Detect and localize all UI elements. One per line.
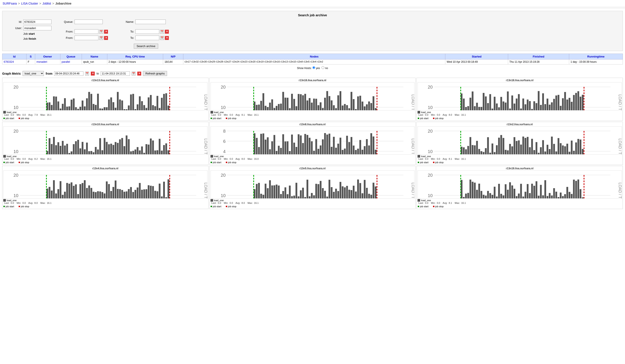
refresh-graphs-button[interactable]: Refresh graphs (143, 71, 167, 76)
svg-rect-600 (90, 188, 92, 199)
svg-rect-126 (286, 98, 288, 111)
svg-rect-317 (90, 151, 92, 155)
th-owner[interactable]: Owner (35, 54, 60, 59)
svg-rect-625 (146, 189, 147, 199)
breadcrumb-surfsara[interactable]: SURFsara (3, 2, 17, 5)
load-legend-box (3, 155, 6, 158)
th-finished[interactable]: Finished (508, 54, 569, 59)
from-finish-clear-btn[interactable]: ✕ (104, 36, 108, 40)
svg-rect-73 (167, 106, 169, 111)
svg-rect-817 (573, 179, 575, 199)
owner-link[interactable]: msnaderi (36, 60, 47, 63)
load-legend-box (3, 199, 6, 202)
from-start-clear-btn[interactable]: ✕ (104, 30, 108, 34)
graph-from-input[interactable] (54, 71, 83, 76)
svg-text:LOAD / TOTAL: LOAD / TOTAL (411, 183, 414, 199)
to-finish-input[interactable] (135, 36, 159, 40)
graph-to-input[interactable] (101, 71, 130, 76)
svg-rect-782 (496, 196, 498, 199)
graph-cell: r13n4.lisa.surfsara.nl 01020Wed 00:00Wed… (2, 166, 209, 209)
to-finish-cal-btn[interactable]: 📅 (160, 36, 164, 40)
graph-host-title: r13n5.lisa.surfsara.nl (211, 167, 415, 170)
svg-rect-152 (344, 104, 346, 111)
th-name[interactable]: Name (82, 54, 107, 59)
from-start-input[interactable] (74, 29, 98, 34)
svg-rect-163 (368, 101, 370, 111)
th-id[interactable]: Id (2, 54, 27, 59)
graph-to-clear-btn[interactable]: ✕ (137, 72, 141, 76)
to-finish-clear-btn[interactable]: ✕ (165, 36, 169, 40)
svg-rect-323 (104, 138, 105, 155)
from-finish-cal-btn[interactable]: 📅 (99, 36, 103, 40)
queue-input[interactable] (74, 20, 103, 24)
th-started[interactable]: Started (445, 54, 508, 59)
svg-rect-702 (317, 184, 319, 199)
search-archive-button[interactable]: Search archive (134, 44, 158, 49)
to-start-cal-btn[interactable]: 📅 (160, 30, 164, 34)
svg-rect-251 (564, 92, 566, 111)
to-start-input[interactable] (135, 29, 159, 34)
graph-to-cal-btn[interactable]: 📅 (132, 72, 136, 76)
th-s[interactable]: S (26, 54, 35, 59)
svg-rect-684 (278, 186, 280, 199)
svg-rect-145 (328, 96, 330, 111)
svg-rect-682 (274, 185, 275, 199)
svg-rect-532 (560, 143, 562, 155)
th-runningtime[interactable]: Runningtime (569, 54, 623, 59)
svg-rect-593 (75, 184, 77, 199)
svg-rect-680 (269, 180, 271, 199)
to-start-clear-btn[interactable]: ✕ (165, 30, 169, 34)
svg-rect-773 (476, 190, 478, 199)
svg-rect-698 (309, 196, 311, 199)
id-input[interactable] (23, 20, 52, 24)
svg-rect-227 (511, 95, 513, 111)
graph-svg: 01020Wed 00:00Wed 12:00Thu 00:00Thu 12:0… (418, 83, 622, 111)
svg-rect-527 (549, 149, 551, 155)
svg-rect-313 (82, 142, 83, 155)
svg-rect-785 (503, 195, 504, 199)
graph-metric-select[interactable]: load_one load_five load_fifteen cpu_spee… (23, 71, 44, 76)
svg-rect-21 (53, 96, 55, 111)
svg-rect-416 (302, 143, 304, 155)
svg-rect-408 (284, 141, 286, 155)
svg-rect-591 (71, 182, 72, 199)
svg-rect-621 (137, 188, 138, 199)
queue-link[interactable]: parallel (62, 60, 70, 63)
graph-cell: r13n19.lisa.surfsara.nl 01020Wed 00:00We… (416, 166, 623, 209)
svg-rect-793 (520, 184, 522, 199)
svg-rect-312 (80, 148, 81, 155)
graph-from-cal-btn[interactable]: 📅 (85, 72, 89, 76)
show-hosts-no-radio[interactable] (321, 66, 324, 69)
svg-rect-536 (569, 152, 570, 155)
breadcrumb-lisa[interactable]: LISA Cluster (21, 2, 38, 5)
svg-rect-321 (99, 138, 101, 155)
search-btn-row: Search archive (123, 44, 169, 49)
svg-rect-309 (73, 144, 74, 155)
job-id-link[interactable]: 6783324 (4, 60, 14, 63)
cell-queue: parallel (60, 59, 82, 64)
show-hosts-yes-label[interactable]: yes (312, 67, 321, 70)
svg-rect-710 (335, 189, 337, 199)
svg-rect-629 (154, 191, 156, 199)
graph-from-clear-btn[interactable]: ✕ (91, 72, 95, 76)
svg-rect-616 (126, 192, 127, 199)
job-start-label: Job start (23, 32, 35, 35)
user-input[interactable] (23, 26, 52, 30)
svg-rect-58 (134, 109, 136, 111)
table-row: 6783324 F msnaderi parallel qsub_run 2 d… (2, 59, 623, 64)
svg-rect-623 (141, 190, 143, 199)
from-finish-input[interactable] (74, 36, 98, 40)
svg-rect-516 (525, 138, 526, 155)
svg-rect-678 (265, 184, 266, 199)
show-hosts-no-label[interactable]: no (321, 67, 328, 70)
name-input[interactable] (135, 20, 166, 24)
th-nodes[interactable]: Nodes (183, 54, 445, 59)
load-legend-box (211, 199, 213, 202)
from-start-cal-btn[interactable]: 📅 (99, 30, 103, 34)
show-hosts-yes-radio[interactable] (312, 66, 315, 69)
breadcrumb-joblist[interactable]: Joblist (42, 2, 51, 5)
th-queue[interactable]: Queue (60, 54, 82, 59)
svg-rect-119 (271, 99, 273, 111)
th-np[interactable]: N/P (163, 54, 183, 59)
th-req-cpu[interactable]: Req. CPU time (107, 54, 163, 59)
